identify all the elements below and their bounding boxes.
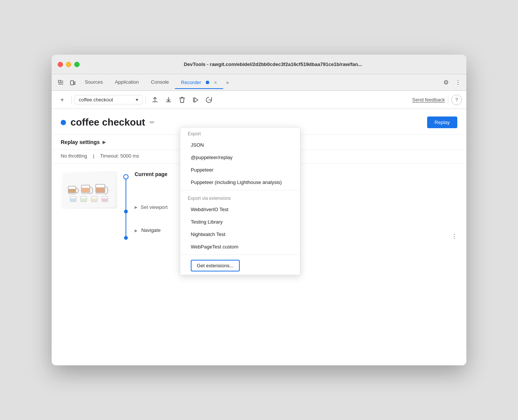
device-icon[interactable]: [67, 77, 79, 89]
tabs-right: ⚙ ⋮: [441, 77, 463, 88]
dropdown-separator-2: [180, 254, 300, 255]
tab-application[interactable]: Application: [109, 76, 145, 89]
export-webpagetest[interactable]: WebPageTest custom: [180, 241, 300, 253]
export-testing-library[interactable]: Testing Library: [180, 216, 300, 228]
export-puppeteer[interactable]: Puppeteer: [180, 164, 300, 176]
separator: |: [93, 153, 94, 159]
devtools-window: DevTools - rawgit.com/ebidel/2d2bb0cdec3…: [52, 55, 466, 365]
send-feedback-link[interactable]: Send feedback: [412, 97, 445, 103]
recorder-toolbar: + coffee checkout ▾: [52, 91, 466, 109]
svg-rect-24: [92, 198, 97, 201]
export-dropdown[interactable]: Export JSON @puppeteer/replay Puppeteer …: [180, 127, 300, 275]
more-options-icon[interactable]: ⋮: [453, 77, 463, 88]
edit-title-icon[interactable]: ✏: [150, 119, 155, 126]
timeout-value: Timeout: 5000 ms: [100, 153, 139, 159]
svg-rect-15: [96, 187, 104, 193]
recording-title: coffee checkout: [70, 116, 145, 128]
tab-sources[interactable]: Sources: [79, 76, 109, 89]
get-extensions-row: Get extensions...: [180, 256, 300, 275]
upload-button[interactable]: [149, 94, 161, 106]
timeline-line-2: [126, 213, 126, 236]
svg-rect-11: [81, 193, 90, 194]
export-json[interactable]: JSON: [180, 139, 300, 151]
export-puppeteer-replay[interactable]: @puppeteer/replay: [180, 151, 300, 164]
traffic-lights: [58, 62, 80, 67]
replay-settings-label: Replay settings: [61, 139, 100, 145]
svg-rect-0: [58, 80, 61, 83]
svg-rect-14: [96, 193, 105, 194]
help-button[interactable]: ?: [451, 95, 462, 105]
navigate-expand-icon: ▶: [135, 228, 138, 233]
toolbar-divider-3: [448, 95, 448, 104]
export-section-label: Export: [180, 127, 300, 139]
svg-rect-8: [68, 193, 76, 195]
navigate-label: Navigate: [141, 227, 161, 233]
window-title: DevTools - rawgit.com/ebidel/2d2bb0cdec3…: [86, 61, 460, 67]
play-step-button[interactable]: [190, 94, 202, 106]
title-bar: DevTools - rawgit.com/ebidel/2d2bb0cdec3…: [52, 55, 466, 74]
svg-rect-9: [69, 189, 75, 193]
export-puppeteer-lighthouse[interactable]: Puppeteer (including Lighthouse analysis…: [180, 176, 300, 189]
get-extensions-button[interactable]: Get extensions...: [191, 260, 240, 271]
more-options-icon[interactable]: ⋮: [451, 233, 457, 240]
download-button[interactable]: [162, 94, 175, 106]
timeline-line-1: [126, 179, 126, 210]
step-timeline: [123, 174, 129, 240]
recording-name: coffee checkout: [79, 97, 113, 103]
export-webdriverio[interactable]: WebdriverIO Test: [180, 203, 300, 216]
recording-indicator: [61, 120, 66, 125]
tab-overflow-btn[interactable]: »: [223, 78, 232, 87]
svg-rect-18: [70, 198, 76, 201]
minimize-button[interactable]: [66, 62, 71, 67]
svg-rect-27: [102, 198, 107, 201]
devtools-tabs: Sources Application Console Recorder ⏺ ✕…: [52, 74, 466, 91]
step-expand-icon: ▶: [135, 205, 138, 209]
svg-rect-1: [70, 81, 74, 85]
step-thumbnail: [61, 171, 117, 209]
toolbar-divider-2: [146, 95, 146, 104]
throttling-value: No throttling: [61, 153, 87, 159]
timeline-circle-1: [123, 174, 129, 179]
settings-icon[interactable]: ⚙: [441, 77, 451, 88]
svg-rect-2: [74, 82, 75, 84]
export-via-label: Export via extensions: [180, 192, 300, 203]
recorder-main: coffee checkout ✏ Replay Replay settings…: [52, 109, 466, 365]
thumbnail-image: [61, 171, 117, 209]
tab-recorder[interactable]: Recorder ⏺ ✕: [175, 76, 223, 89]
tabs-list: Sources Application Console Recorder ⏺ ✕…: [79, 76, 441, 89]
inspector-icon[interactable]: [55, 77, 67, 89]
timeline-dot-1: [124, 210, 128, 213]
recording-selector[interactable]: coffee checkout ▾: [75, 95, 143, 104]
maximize-button[interactable]: [74, 62, 80, 67]
delete-button[interactable]: [176, 94, 188, 106]
timeline-dot-2: [124, 236, 128, 240]
svg-marker-3: [195, 98, 198, 102]
replay-settings-expand-icon: ▶: [103, 139, 106, 145]
toolbar-divider-1: [71, 95, 72, 104]
chevron-down-icon: ▾: [136, 97, 138, 103]
replay-button[interactable]: Replay: [427, 116, 457, 128]
svg-rect-12: [82, 188, 89, 192]
export-nightwatch[interactable]: Nightwatch Test: [180, 228, 300, 241]
tab-close-icon[interactable]: ✕: [214, 80, 217, 85]
slow-replay-button[interactable]: [203, 94, 215, 106]
tab-console[interactable]: Console: [145, 76, 175, 89]
recorder-icon: ⏺: [205, 79, 210, 85]
add-recording-button[interactable]: +: [56, 94, 68, 106]
dropdown-separator: [180, 190, 300, 190]
close-button[interactable]: [58, 62, 63, 67]
svg-rect-21: [81, 198, 86, 201]
set-viewport-label: Set viewport: [141, 204, 168, 210]
